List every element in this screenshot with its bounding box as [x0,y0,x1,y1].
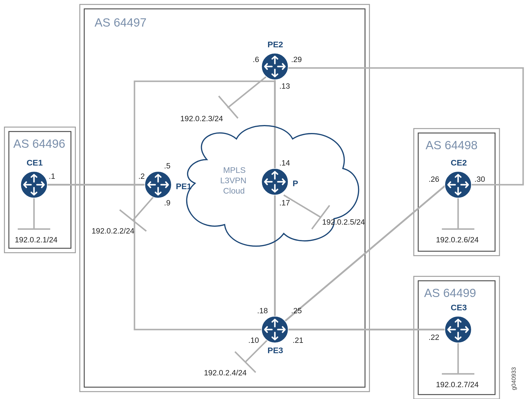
router-ce1 [21,171,47,198]
if-p-14: .14 [279,158,290,167]
if-pe3-10: .10 [248,336,259,345]
router-p [262,168,288,195]
if-ce1-1: .1 [49,172,55,181]
as-64499-label: AS 64499 [424,286,476,299]
if-p-17: .17 [279,198,290,207]
ip-p: 192.0.2.5/24 [322,218,365,226]
ip-ce1: 192.0.2.1/24 [15,235,58,244]
if-pe2-13: .13 [279,82,290,90]
if-pe3-18: .18 [257,306,268,315]
label-ce3: CE3 [451,303,467,312]
cloud-label-1: MPLS [223,166,246,175]
ip-pe2: 192.0.2.3/24 [180,114,223,123]
network-topology-diagram: AS 64497 AS 64496 AS 64498 AS 64499 [0,0,532,399]
ip-pe1: 192.0.2.2/24 [92,226,134,235]
if-pe3-25: .25 [291,306,302,315]
as-64496-label: AS 64496 [13,137,65,150]
cloud-label-2: L3VPN [220,176,246,185]
router-pe1 [145,171,171,198]
ip-ce2: 192.0.2.6/24 [436,235,479,244]
if-ce3-22: .22 [429,333,439,342]
if-pe1-9: .9 [164,198,171,207]
as-64497-label: AS 64497 [95,16,147,29]
router-pe3 [262,316,288,343]
router-ce3 [445,316,471,343]
label-pe1: PE1 [176,182,192,191]
label-pe2: PE2 [267,40,283,49]
label-ce1: CE1 [27,158,43,167]
if-pe1-2: .2 [138,172,145,181]
cloud-label-3: Cloud [223,186,245,195]
if-pe3-21: .21 [293,336,303,345]
label-pe3: PE3 [267,346,283,355]
as-64497-box: AS 64497 [80,4,369,392]
if-pe1-5: .5 [164,161,171,170]
ip-pe3: 192.0.2.4/24 [204,368,247,377]
as-64498-label: AS 64498 [426,139,478,152]
label-p: P [293,179,298,188]
ip-ce3: 192.0.2.7/24 [436,380,479,389]
if-ce2-30: .30 [474,175,485,184]
router-ce2 [445,171,471,198]
if-ce2-26: .26 [429,175,439,184]
if-pe2-6: .6 [253,55,259,64]
label-ce2: CE2 [451,158,467,167]
figure-id: g040933 [510,367,517,390]
if-pe2-29: .29 [291,55,302,64]
router-pe2 [262,53,288,80]
